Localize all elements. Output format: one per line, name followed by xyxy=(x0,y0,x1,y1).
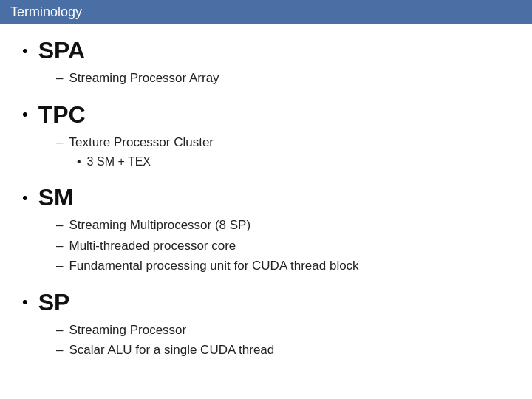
def-item-sm-2: –Fundamental processing unit for CUDA th… xyxy=(56,256,510,276)
bullet-icon-sm: • xyxy=(22,190,28,206)
definitions-tpc: –Texture Processor Cluster•3 SM + TEX xyxy=(22,133,510,171)
sub-dot-icon: • xyxy=(77,153,81,171)
dash-icon: – xyxy=(56,69,63,88)
header: Terminology xyxy=(0,0,532,24)
bullet-icon-spa: • xyxy=(22,43,28,59)
term-name-spa: SPA xyxy=(38,37,85,64)
sub-bullet-item-tpc-0: •3 SM + TEX xyxy=(77,153,510,171)
dash-icon: – xyxy=(56,133,63,152)
content-area: •SPA–Streaming Processor Array•TPC–Textu… xyxy=(0,24,532,386)
slide-title: Terminology xyxy=(10,4,82,20)
def-text-sm-2: Fundamental processing unit for CUDA thr… xyxy=(69,256,358,276)
sub-bullets-tpc: •3 SM + TEX xyxy=(56,153,510,171)
term-block-sp: •SP–Streaming Processor–Scalar ALU for a… xyxy=(22,289,510,360)
dash-icon: – xyxy=(56,236,63,256)
term-block-sm: •SM–Streaming Multiprocessor (8 SP)–Mult… xyxy=(22,184,510,276)
def-item-sm-0: –Streaming Multiprocessor (8 SP) xyxy=(56,216,510,235)
def-text-sp-0: Streaming Processor xyxy=(69,321,186,340)
def-item-sm-1: –Multi-threaded processor core xyxy=(56,236,510,256)
term-name-sm: SM xyxy=(38,184,74,211)
definitions-spa: –Streaming Processor Array xyxy=(22,69,510,88)
term-title-sp: •SP xyxy=(22,289,510,316)
term-block-spa: •SPA–Streaming Processor Array xyxy=(22,37,510,88)
def-text-sm-0: Streaming Multiprocessor (8 SP) xyxy=(69,216,250,235)
def-text-tpc-0: Texture Processor Cluster xyxy=(69,133,214,152)
def-text-spa-0: Streaming Processor Array xyxy=(69,69,219,88)
def-item-sp-0: –Streaming Processor xyxy=(56,321,510,340)
dash-icon: – xyxy=(56,321,63,340)
sub-bullet-text-tpc-0: 3 SM + TEX xyxy=(87,153,151,171)
definitions-sp: –Streaming Processor–Scalar ALU for a si… xyxy=(22,321,510,360)
dash-icon: – xyxy=(56,341,63,360)
term-title-sm: •SM xyxy=(22,184,510,211)
def-text-sp-1: Scalar ALU for a single CUDA thread xyxy=(69,341,274,360)
term-name-sp: SP xyxy=(38,289,70,316)
bullet-icon-sp: • xyxy=(22,294,28,310)
def-item-sp-1: –Scalar ALU for a single CUDA thread xyxy=(56,341,510,360)
bullet-icon-tpc: • xyxy=(22,106,28,123)
def-item-tpc-0: –Texture Processor Cluster xyxy=(56,133,510,152)
term-title-tpc: •TPC xyxy=(22,101,510,129)
def-text-sm-1: Multi-threaded processor core xyxy=(69,236,236,256)
term-title-spa: •SPA xyxy=(22,37,510,64)
dash-icon: – xyxy=(56,256,63,276)
term-name-tpc: TPC xyxy=(38,101,86,129)
definitions-sm: –Streaming Multiprocessor (8 SP)–Multi-t… xyxy=(22,216,510,276)
def-item-spa-0: –Streaming Processor Array xyxy=(56,69,510,88)
dash-icon: – xyxy=(56,216,63,235)
term-block-tpc: •TPC–Texture Processor Cluster•3 SM + TE… xyxy=(22,101,510,171)
